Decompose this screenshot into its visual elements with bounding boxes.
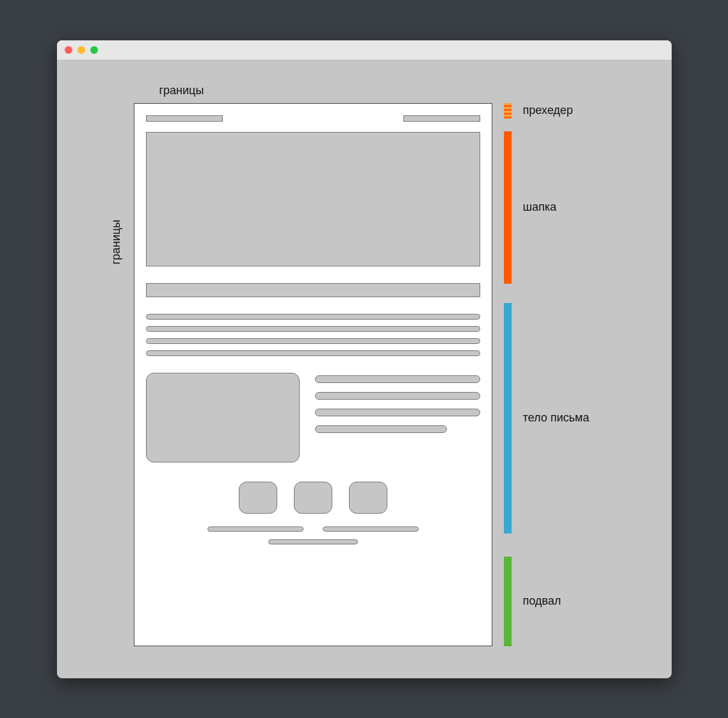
footer-icons-row — [146, 482, 480, 514]
legend-bar-header — [504, 131, 512, 284]
social-icon-placeholder — [294, 482, 332, 514]
text-line-placeholder — [146, 314, 480, 320]
text-line-placeholder — [315, 409, 480, 416]
legend-label-body: тело письма — [523, 411, 590, 425]
text-line-placeholder — [146, 350, 480, 356]
legend-label-footer: подвал — [523, 594, 562, 608]
boundary-label-left: границы — [109, 220, 123, 265]
heading-placeholder — [146, 283, 480, 297]
text-line-placeholder — [146, 338, 480, 344]
footer-text-placeholder — [268, 539, 358, 544]
social-icon-placeholder — [349, 482, 387, 514]
minimize-icon[interactable] — [77, 46, 85, 54]
text-line-placeholder — [315, 375, 480, 383]
browser-window: границы границы — [57, 40, 672, 678]
maximize-icon[interactable] — [90, 46, 98, 54]
legend-item-header: шапка — [504, 131, 590, 284]
legend-bar-footer — [504, 557, 512, 646]
paragraph-section — [146, 314, 480, 356]
legend-label-preheader: прехедер — [523, 104, 573, 117]
legend-bar-body — [504, 303, 512, 534]
legend-item-body: тело письма — [504, 303, 590, 534]
preheader-section — [146, 115, 480, 122]
text-line-placeholder — [315, 392, 480, 400]
content-block — [146, 373, 480, 462]
legend-bar-preheader — [504, 103, 512, 118]
content-text-column — [315, 373, 480, 462]
hero-image-placeholder — [146, 132, 480, 266]
diagram-canvas: границы границы — [57, 60, 672, 678]
social-icon-placeholder — [239, 482, 277, 514]
text-line-placeholder — [315, 425, 447, 433]
content-image-placeholder — [146, 373, 300, 462]
legend-item-preheader: прехедер — [504, 103, 590, 118]
legend-column: прехедер шапка тело письма подвал — [504, 103, 590, 646]
footer-text-placeholder — [323, 526, 419, 532]
preheader-text-placeholder — [146, 115, 223, 122]
window-titlebar — [57, 40, 672, 60]
legend-item-footer: подвал — [504, 557, 590, 646]
legend-label-header: шапка — [523, 200, 556, 214]
text-line-placeholder — [146, 326, 480, 332]
footer-text-placeholder — [207, 526, 303, 532]
close-icon[interactable] — [65, 46, 72, 54]
boundary-label-top: границы — [159, 84, 204, 97]
email-wireframe — [134, 103, 492, 646]
preheader-link-placeholder — [403, 115, 480, 122]
footer-text-section — [146, 526, 480, 544]
